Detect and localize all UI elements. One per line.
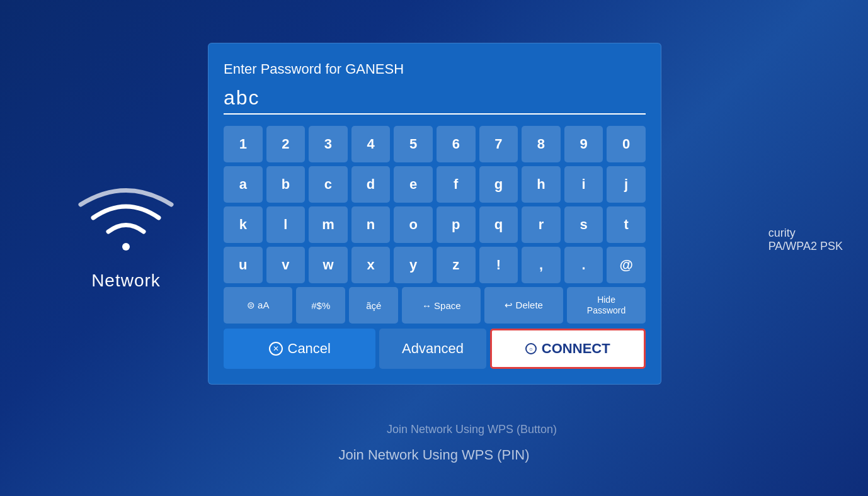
key-case-toggle[interactable]: ⊜ aA <box>224 287 292 324</box>
key-y[interactable]: y <box>394 247 433 283</box>
key-row-numbers: 1 2 3 4 5 6 7 8 9 0 <box>224 126 646 162</box>
wps-pin-label: Join Network Using WPS (PIN) <box>338 447 529 463</box>
key-w[interactable]: w <box>309 247 348 283</box>
connect-button[interactable]: ○ CONNECT <box>490 329 646 369</box>
key-at[interactable]: @ <box>607 247 646 283</box>
cancel-icon: ✕ <box>269 342 283 356</box>
connect-icon: ○ <box>525 343 537 354</box>
key-3[interactable]: 3 <box>309 126 348 162</box>
key-5[interactable]: 5 <box>394 126 433 162</box>
action-row: ✕ Cancel Advanced ○ CONNECT <box>224 329 646 369</box>
network-label: Network <box>91 271 161 291</box>
cancel-button[interactable]: ✕ Cancel <box>224 329 375 369</box>
svg-point-0 <box>122 243 130 251</box>
key-h[interactable]: h <box>522 166 561 203</box>
connect-label: CONNECT <box>542 341 610 357</box>
key-delete[interactable]: ↩ Delete <box>484 287 563 324</box>
password-dialog: Enter Password for GANESH abc 1 2 3 4 5 … <box>208 43 661 385</box>
key-z[interactable]: z <box>437 247 476 283</box>
key-e[interactable]: e <box>394 166 433 203</box>
key-symbols[interactable]: #$% <box>296 287 345 324</box>
wifi-icon <box>76 184 176 259</box>
key-space[interactable]: ↔ Space <box>402 287 481 324</box>
key-j[interactable]: j <box>607 166 646 203</box>
key-row-kt: k l m n o p q r s t <box>224 206 646 243</box>
key-4[interactable]: 4 <box>351 126 391 162</box>
key-p[interactable]: p <box>437 206 476 243</box>
key-k[interactable]: k <box>224 206 263 243</box>
key-u[interactable]: u <box>224 247 263 283</box>
key-n[interactable]: n <box>351 206 391 243</box>
key-exclaim[interactable]: ! <box>479 247 518 283</box>
cancel-label: Cancel <box>288 341 331 357</box>
key-d[interactable]: d <box>351 166 391 203</box>
key-6[interactable]: 6 <box>437 126 476 162</box>
key-x[interactable]: x <box>351 247 391 283</box>
password-field: abc <box>224 86 646 115</box>
key-row-aj: a b c d e f g h i j <box>224 166 646 203</box>
right-info: curity PA/WPA2 PSK <box>768 227 843 253</box>
wifi-area: Network <box>76 184 176 291</box>
key-9[interactable]: 9 <box>564 126 603 162</box>
keyboard: 1 2 3 4 5 6 7 8 9 0 a b c d e f g h i j … <box>224 126 646 324</box>
key-1[interactable]: 1 <box>224 126 263 162</box>
security-label: curity <box>768 227 843 240</box>
key-2[interactable]: 2 <box>266 126 306 162</box>
key-l[interactable]: l <box>266 206 306 243</box>
key-row-special: ⊜ aA #$% ãçé ↔ Space ↩ Delete HidePasswo… <box>224 287 646 324</box>
key-comma[interactable]: , <box>522 247 561 283</box>
wps-button-label: Join Network Using WPS (Button) <box>387 423 557 436</box>
key-a[interactable]: a <box>224 166 263 203</box>
security-value: PA/WPA2 PSK <box>768 240 843 253</box>
key-accents[interactable]: ãçé <box>349 287 398 324</box>
key-o[interactable]: o <box>394 206 433 243</box>
key-8[interactable]: 8 <box>522 126 561 162</box>
key-7[interactable]: 7 <box>479 126 518 162</box>
key-g[interactable]: g <box>479 166 518 203</box>
key-m[interactable]: m <box>309 206 348 243</box>
advanced-button[interactable]: Advanced <box>379 329 486 369</box>
key-0[interactable]: 0 <box>607 126 646 162</box>
key-i[interactable]: i <box>564 166 603 203</box>
key-row-uz: u v w x y z ! , . @ <box>224 247 646 283</box>
key-v[interactable]: v <box>266 247 306 283</box>
dialog-title: Enter Password for GANESH <box>224 61 646 77</box>
advanced-label: Advanced <box>402 341 464 357</box>
key-c[interactable]: c <box>309 166 348 203</box>
key-t[interactable]: t <box>607 206 646 243</box>
key-period[interactable]: . <box>564 247 603 283</box>
key-b[interactable]: b <box>266 166 306 203</box>
key-hide-password[interactable]: HidePassword <box>567 287 646 324</box>
key-r[interactable]: r <box>522 206 561 243</box>
key-s[interactable]: s <box>564 206 603 243</box>
key-q[interactable]: q <box>479 206 518 243</box>
key-f[interactable]: f <box>437 166 476 203</box>
